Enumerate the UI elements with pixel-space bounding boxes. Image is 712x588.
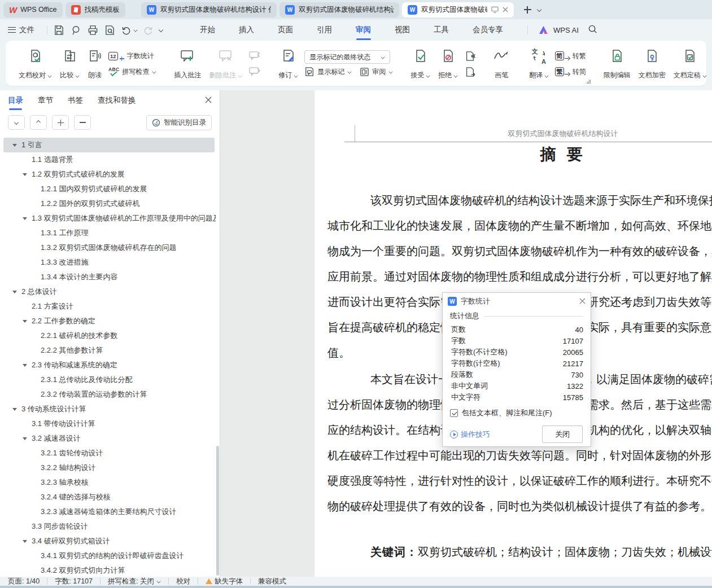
tab-wps-office[interactable]: W WPS Office <box>3 2 63 17</box>
export-pdf-button[interactable] <box>70 24 82 36</box>
tips-link[interactable]: 操作技巧 <box>450 429 490 440</box>
outline-item[interactable]: 3.3 同步齿轮设计 <box>3 519 216 534</box>
collapse-icon[interactable] <box>12 144 17 147</box>
proofread-status[interactable]: 校对 <box>176 577 190 586</box>
dropdown-chevron-icon[interactable] <box>454 73 458 77</box>
new-tab-button[interactable] <box>520 2 535 17</box>
markup-state-select[interactable]: 显示标记的最终状态 <box>304 50 390 64</box>
zoom-out-outline-button[interactable] <box>74 115 91 130</box>
collapse-icon[interactable] <box>12 291 17 293</box>
smart-toc-button[interactable]: 智能识别目录 <box>146 115 212 130</box>
tab-document-active[interactable]: W 双剪切式固体废物破碎机结构 <box>402 2 514 17</box>
outline-item[interactable]: 1.3.3 改进措施 <box>3 255 216 270</box>
spell-check-status[interactable]: 拼写检查: 关闭 <box>108 577 161 586</box>
menu-tab-home[interactable]: 开始 <box>188 21 227 39</box>
restrict-editing-button[interactable]: 限制编辑 <box>600 45 635 82</box>
outline-item[interactable]: 1.2.2 国外的双剪切式式破碎机 <box>3 196 216 211</box>
outline-item[interactable]: 3.1 带传动设计计算 <box>3 416 216 431</box>
outline-item[interactable]: 1.3.4 本设计的主要内容 <box>3 270 216 284</box>
print-button[interactable] <box>87 24 99 36</box>
insert-comment-button[interactable]: 插入批注 <box>170 45 205 82</box>
outline-item[interactable]: 2.3.1 总传动比及传动比分配 <box>3 372 216 387</box>
outline-item[interactable]: 1.1 选题背景 <box>3 152 216 167</box>
outline-item[interactable]: 2.3.2 传动装置的运动参数的计算 <box>3 387 216 402</box>
outline-item[interactable]: 1.2 双剪切式式破碎机的发展 <box>3 167 216 182</box>
translate-button[interactable]: 文 A 翻译 <box>525 45 553 82</box>
next-comment-button[interactable] <box>248 65 261 78</box>
undo-button[interactable] <box>121 25 138 36</box>
pen-button[interactable]: 画笔 <box>489 45 514 82</box>
dropdown-chevron-icon[interactable] <box>348 70 352 74</box>
outline-item[interactable]: 3.4 破碎双剪切式箱设计 <box>3 534 216 548</box>
previous-comment-button[interactable] <box>248 49 261 63</box>
tab-document-2[interactable]: W 双剪切式固体废物破碎机结构设计 开 <box>279 2 399 17</box>
page-indicator[interactable]: 页面: 1/40 <box>8 577 40 586</box>
search-icon[interactable] <box>588 24 597 36</box>
close-button[interactable]: 关闭 <box>542 425 583 443</box>
outline-item[interactable]: 3.2.4 键的选择与校核 <box>3 490 216 504</box>
spell-check-button[interactable]: ABC 拼写检查 <box>108 65 156 78</box>
outline-item[interactable]: 1 引言 <box>3 138 215 152</box>
collapse-all-button[interactable] <box>30 115 47 130</box>
missing-font-warning[interactable]: 缺失字体 <box>206 577 243 586</box>
undo-chevron-icon[interactable] <box>134 28 138 32</box>
menu-tab-member[interactable]: 会员专享 <box>461 21 515 39</box>
close-sidebar-icon[interactable] <box>205 96 212 105</box>
outline-item[interactable]: 3.2.2 轴结构设计 <box>3 460 216 475</box>
outline-item[interactable]: 3.2.3 轴承校核 <box>3 475 216 490</box>
menu-tab-page[interactable]: 页面 <box>266 21 305 39</box>
encrypt-document-button[interactable]: 文档加密 <box>635 45 670 82</box>
file-menu[interactable]: 文件 <box>8 25 34 35</box>
next-change-button[interactable] <box>464 65 475 78</box>
dropdown-chevron-icon[interactable] <box>294 73 298 77</box>
redo-button[interactable] <box>143 25 154 36</box>
simplified-to-traditional-button[interactable]: 简 转繁 <box>555 49 586 63</box>
outline-item[interactable]: 1.3 双剪切式固体废物破碎机的工作原理及使用中的问题及 ... <box>3 211 216 226</box>
collapse-icon[interactable] <box>23 364 27 367</box>
word-count-button[interactable]: 12 字数统计 <box>108 49 156 63</box>
outline-item[interactable]: 3.2.1 齿轮传动设计 <box>3 446 216 460</box>
tab-docer-template[interactable]: 找稿壳模板 <box>65 2 126 17</box>
sidebar-tab-find-replace[interactable]: 查找和替换 <box>98 91 136 110</box>
collapse-icon[interactable] <box>23 217 27 220</box>
accept-change-button[interactable]: 接受 <box>407 45 434 82</box>
collapse-icon[interactable] <box>23 540 27 543</box>
outline-item[interactable]: 1.2.1 国内双剪切式破碎机的发展 <box>3 182 216 196</box>
zoom-in-outline-button[interactable] <box>52 115 69 130</box>
dropdown-chevron-icon[interactable] <box>703 73 707 77</box>
collapse-icon[interactable] <box>23 173 27 176</box>
compat-mode-indicator[interactable]: 兼容模式 <box>258 577 286 586</box>
sidebar-scrollbar[interactable] <box>216 90 220 577</box>
outline-item[interactable]: 1.3.2 双剪切式固体废物破碎机存在的问题 <box>3 240 216 255</box>
sidebar-tab-contents[interactable]: 目录 <box>8 91 23 110</box>
read-aloud-button[interactable]: 朗读 <box>84 45 106 82</box>
outline-item[interactable]: 3.2 减速器设计 <box>3 431 216 446</box>
outline-item[interactable]: 2.2.1 破碎机的技术参数 <box>3 328 216 343</box>
screen-share-icon[interactable] <box>491 6 499 13</box>
previous-change-button[interactable] <box>464 49 475 63</box>
menu-tab-insert[interactable]: 插入 <box>227 21 266 39</box>
outline-item[interactable]: 2.3 传动和减速系统的确定 <box>3 358 216 372</box>
outline-item[interactable]: 3.2.3 减速器铸造箱体的主要结构尺寸设计 <box>3 504 216 519</box>
collapse-icon[interactable] <box>23 437 27 440</box>
menu-tab-review[interactable]: 审阅 <box>344 21 383 39</box>
dropdown-chevron-icon[interactable] <box>545 73 549 77</box>
close-dialog-icon[interactable] <box>579 297 586 306</box>
dropdown-chevron-icon[interactable] <box>152 70 156 74</box>
track-changes-button[interactable]: 修订 <box>274 45 302 82</box>
expand-all-button[interactable] <box>8 115 25 130</box>
outline-item[interactable]: 2.1 方案设计 <box>3 299 216 314</box>
dropdown-chevron-icon[interactable] <box>76 73 80 77</box>
delete-comment-button[interactable]: 删除批注 <box>205 45 246 82</box>
outline-item[interactable]: 2.2.2 其他参数计算 <box>3 343 216 358</box>
review-options-button[interactable]: 审阅 <box>360 66 393 77</box>
outline-item[interactable]: 3 传动系统设计计算 <box>3 402 216 416</box>
outline-item[interactable]: 1.3.1 工作原理 <box>3 226 216 240</box>
include-footnotes-checkbox[interactable]: 包括文本框、脚注和尾注(F) <box>450 408 583 418</box>
dialog-launcher-icon[interactable] <box>587 80 591 84</box>
outline-item[interactable]: 3.4.1 双剪切式的结构的设计即破碎齿盘设计 <box>3 548 216 563</box>
menu-tab-tools[interactable]: 工具 <box>422 21 461 39</box>
compare-button[interactable]: 比较 <box>56 45 84 82</box>
show-markup-button[interactable]: 显示标记 <box>304 66 352 77</box>
traditional-to-simplified-button[interactable]: 繁 转简 <box>555 65 586 78</box>
